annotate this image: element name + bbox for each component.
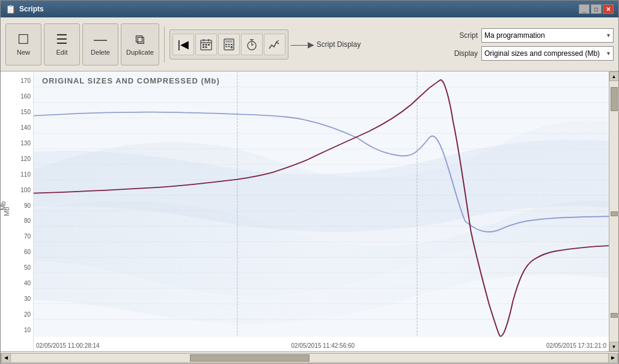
new-label: New xyxy=(17,49,30,56)
svg-rect-14 xyxy=(225,46,227,47)
svg-rect-6 xyxy=(208,44,210,46)
new-button[interactable]: ☐ New xyxy=(5,23,41,65)
calendar-icon xyxy=(200,38,213,51)
delete-button[interactable]: — Delete xyxy=(82,23,118,65)
edit-icon: ☰ xyxy=(56,33,68,46)
y-axis: Mb Mb 170 160 150 140 130 120 110 100 90… xyxy=(1,71,34,351)
chart-button[interactable] xyxy=(264,34,285,55)
chart-line-icon xyxy=(268,38,281,51)
script-display-label: Script Display xyxy=(317,40,361,49)
delete-icon: — xyxy=(94,33,107,46)
duplicate-button[interactable]: ⧉ Duplicate xyxy=(121,23,159,65)
ytick-20: 20 xyxy=(1,311,31,318)
edit-label: Edit xyxy=(56,49,68,56)
scroll-left-button[interactable]: ◀ xyxy=(1,353,11,363)
calculator-button[interactable] xyxy=(218,34,240,55)
ytick-140: 140 xyxy=(1,124,31,131)
display-label: Display xyxy=(448,49,478,58)
duplicate-label: Duplicate xyxy=(126,49,154,56)
scroll-thumb-h[interactable] xyxy=(190,354,310,362)
script-display-group: Script Ma programmation Display Original… xyxy=(448,28,614,61)
scroll-track-h[interactable] xyxy=(11,354,608,362)
ytick-120: 120 xyxy=(1,156,31,162)
new-icon: ☐ xyxy=(17,33,29,46)
main-window: 📋 Scripts _ □ ✕ ☐ New ☰ Edit — Delete ⧉ xyxy=(0,0,619,364)
chart-plot[interactable]: ORIGINAL SIZES AND COMPRESSED (Mb) 02/05… xyxy=(34,71,609,351)
app-icon: 📋 xyxy=(5,4,16,14)
script-row: Script Ma programmation xyxy=(448,28,614,43)
display-select[interactable]: Original sizes and compressed (Mb) Origi… xyxy=(481,46,614,61)
delete-label: Delete xyxy=(91,49,110,56)
ytick-50: 50 xyxy=(1,264,31,271)
ytick-60: 60 xyxy=(1,249,31,255)
timer-button[interactable] xyxy=(241,34,263,55)
chart-area: Mb Mb 170 160 150 140 130 120 110 100 90… xyxy=(1,71,618,351)
bottom-bar: ◀ ▶ xyxy=(1,351,618,363)
display-select-wrapper: Original sizes and compressed (Mb) Origi… xyxy=(481,46,614,61)
scroll-right-button[interactable]: ▶ xyxy=(608,353,618,363)
y-unit-label: Mb xyxy=(3,207,10,216)
svg-rect-4 xyxy=(203,44,204,46)
maximize-button[interactable]: □ xyxy=(591,4,602,14)
ytick-130: 130 xyxy=(1,140,31,147)
title-bar-controls: _ □ ✕ xyxy=(579,4,614,14)
edit-button[interactable]: ☰ Edit xyxy=(44,23,80,65)
toolbar-main-group: ☐ New ☰ Edit — Delete ⧉ Duplicate xyxy=(5,23,159,65)
svg-rect-11 xyxy=(225,44,227,45)
ytick-160: 160 xyxy=(1,93,31,100)
vertical-scrollbar: ▲ ▼ xyxy=(609,71,618,351)
scroll-track-v[interactable] xyxy=(609,81,618,342)
arrow-icon: ——▶ xyxy=(291,40,314,49)
svg-rect-15 xyxy=(228,46,230,47)
ytick-10: 10 xyxy=(1,327,31,333)
horizontal-scrollbar: ◀ ▶ xyxy=(1,353,618,363)
svg-rect-12 xyxy=(228,44,230,45)
svg-text:ORIGINAL SIZES AND COMPRESSED : ORIGINAL SIZES AND COMPRESSED (Mb) xyxy=(42,77,220,85)
svg-rect-10 xyxy=(225,40,233,43)
ytick-30: 30 xyxy=(1,296,31,302)
toolbar: ☐ New ☰ Edit — Delete ⧉ Duplicate |◀ xyxy=(1,17,618,71)
svg-rect-7 xyxy=(203,46,204,48)
svg-rect-8 xyxy=(205,46,207,48)
ytick-110: 110 xyxy=(1,171,31,178)
script-display-arrow: ——▶ Script Display xyxy=(291,40,361,49)
ytick-80: 80 xyxy=(1,217,31,224)
scroll-thumb-v[interactable] xyxy=(611,87,618,111)
minimize-button[interactable]: _ xyxy=(579,4,590,14)
close-button[interactable]: ✕ xyxy=(603,4,614,14)
x-label-2: 02/05/2015 11:42:56:60 xyxy=(291,342,355,349)
first-button[interactable]: |◀ xyxy=(172,34,194,55)
window-title: Scripts xyxy=(19,5,44,13)
svg-rect-5 xyxy=(205,44,207,46)
script-select[interactable]: Ma programmation xyxy=(481,28,614,43)
ytick-40: 40 xyxy=(1,280,31,287)
title-bar: 📋 Scripts _ □ ✕ xyxy=(1,1,618,17)
scroll-thumb-bottom[interactable] xyxy=(611,313,618,318)
ytick-100: 100 xyxy=(1,187,31,193)
title-bar-left: 📋 Scripts xyxy=(5,4,44,14)
scroll-up-button[interactable]: ▲ xyxy=(609,71,619,81)
x-axis-labels: 02/05/2015 11:00:28:14 02/05/2015 11:42:… xyxy=(34,342,609,349)
chart-tools-group: |◀ xyxy=(169,29,288,59)
ytick-70: 70 xyxy=(1,233,31,240)
svg-rect-16 xyxy=(231,46,233,48)
svg-rect-13 xyxy=(231,44,233,45)
chart-svg: ORIGINAL SIZES AND COMPRESSED (Mb) xyxy=(34,71,609,337)
script-select-wrapper: Ma programmation xyxy=(481,28,614,43)
x-label-3: 02/05/2015 17:31:21:0 xyxy=(546,342,606,349)
display-row: Display Original sizes and compressed (M… xyxy=(448,46,614,61)
calculator-icon xyxy=(222,38,236,51)
scroll-down-button[interactable]: ▼ xyxy=(609,342,619,351)
toolbar-separator xyxy=(164,26,165,62)
calendar-button[interactable] xyxy=(195,34,217,55)
script-label: Script xyxy=(448,31,478,40)
scroll-thumb-middle[interactable] xyxy=(611,211,618,216)
timer-icon xyxy=(245,38,258,51)
duplicate-icon: ⧉ xyxy=(135,33,145,46)
ytick-150: 150 xyxy=(1,109,31,115)
ytick-170: 170 xyxy=(1,77,31,84)
x-label-1: 02/05/2015 11:00:28:14 xyxy=(36,342,100,349)
